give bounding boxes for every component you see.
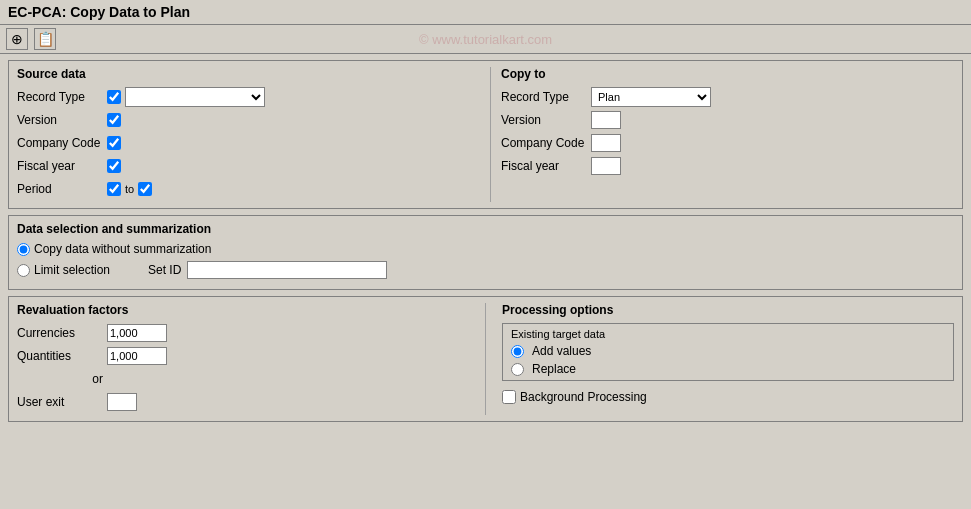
copy-company-code-row: Company Code [501,133,954,153]
bottom-section: Revaluation factors Currencies Quantitie… [8,296,963,422]
source-company-code-checkbox[interactable] [107,136,121,150]
copy-fiscal-year-input[interactable] [591,157,621,175]
limit-selection-radio[interactable] [17,264,30,277]
source-period-from-checkbox[interactable] [107,182,121,196]
main-content: Source data Record Type Version Compan [0,54,971,428]
add-values-radio[interactable] [511,345,524,358]
title-bar: EC-PCA: Copy Data to Plan [0,0,971,25]
source-record-type-control [107,87,265,107]
processing-col: Processing options Existing target data … [502,303,954,415]
source-record-type-label: Record Type [17,90,107,104]
source-period-label: Period [17,182,107,196]
copy-to-title: Copy to [501,67,954,81]
background-checkbox[interactable] [502,390,516,404]
source-period-to-label: to [125,183,134,195]
replace-radio[interactable] [511,363,524,376]
copy-record-type-select[interactable]: Plan Actual [591,87,711,107]
processing-title: Processing options [502,303,954,317]
source-company-code-row: Company Code [17,133,470,153]
user-exit-row: User exit [17,392,469,412]
quantities-label: Quantities [17,349,107,363]
currencies-input[interactable] [107,324,167,342]
bottom-col-divider [485,303,486,415]
toolbar-btn-1[interactable]: ⊕ [6,28,28,50]
copy-version-label: Version [501,113,591,127]
top-section: Source data Record Type Version Compan [8,60,963,209]
copy-data-radio[interactable] [17,243,30,256]
source-record-type-select[interactable] [125,87,265,107]
set-id-label: Set ID [148,263,181,277]
copy-version-input[interactable] [591,111,621,129]
copy-data-row: Copy data without summarization [17,242,954,256]
data-selection-title: Data selection and summarization [17,222,954,236]
add-values-label: Add values [532,344,591,358]
source-period-row: Period to [17,179,470,199]
copy-company-code-label: Company Code [501,136,591,150]
user-exit-input[interactable] [107,393,137,411]
set-id-input[interactable] [187,261,387,279]
quantities-row: Quantities [17,346,469,366]
quantities-input[interactable] [107,347,167,365]
copy-data-label: Copy data without summarization [34,242,211,256]
currencies-label: Currencies [17,326,107,340]
toolbar: ⊕ 📋 © www.tutorialkart.com [0,25,971,54]
existing-data-box: Existing target data Add values Replace [502,323,954,381]
background-row: Background Processing [502,387,954,407]
user-exit-label: User exit [17,395,107,409]
source-fiscal-year-label: Fiscal year [17,159,107,173]
or-row: or [17,369,469,389]
add-values-row: Add values [511,344,945,358]
source-title: Source data [17,67,470,81]
revaluation-title: Revaluation factors [17,303,469,317]
copy-record-type-row: Record Type Plan Actual [501,87,954,107]
col-divider [490,67,491,202]
currencies-row: Currencies [17,323,469,343]
source-version-checkbox[interactable] [107,113,121,127]
existing-data-title: Existing target data [511,328,945,340]
source-period-to-checkbox[interactable] [138,182,152,196]
copy-fiscal-year-row: Fiscal year [501,156,954,176]
source-version-label: Version [17,113,107,127]
limit-selection-label: Limit selection [34,263,144,277]
copy-record-type-control: Plan Actual [591,87,711,107]
page-title: EC-PCA: Copy Data to Plan [8,4,190,20]
source-period-controls: to [107,182,152,196]
copy-fiscal-year-label: Fiscal year [501,159,591,173]
toolbar-btn-2[interactable]: 📋 [34,28,56,50]
source-record-type-row: Record Type [17,87,470,107]
data-selection-section: Data selection and summarization Copy da… [8,215,963,290]
copy-record-type-label: Record Type [501,90,591,104]
revaluation-col: Revaluation factors Currencies Quantitie… [17,303,469,415]
top-two-col: Source data Record Type Version Compan [17,67,954,202]
or-label: or [17,372,107,386]
copy-company-code-input[interactable] [591,134,621,152]
watermark: © www.tutorialkart.com [419,32,552,47]
source-fiscal-year-row: Fiscal year [17,156,470,176]
copy-version-row: Version [501,110,954,130]
background-label: Background Processing [520,390,647,404]
source-company-code-label: Company Code [17,136,107,150]
replace-row: Replace [511,362,945,376]
source-fiscal-year-checkbox[interactable] [107,159,121,173]
copy-to-col: Copy to Record Type Plan Actual Version [501,67,954,202]
source-col: Source data Record Type Version Compan [17,67,480,202]
bottom-two-col: Revaluation factors Currencies Quantitie… [17,303,954,415]
source-version-row: Version [17,110,470,130]
limit-selection-row: Limit selection Set ID [17,260,954,280]
source-record-type-checkbox[interactable] [107,90,121,104]
replace-label: Replace [532,362,576,376]
